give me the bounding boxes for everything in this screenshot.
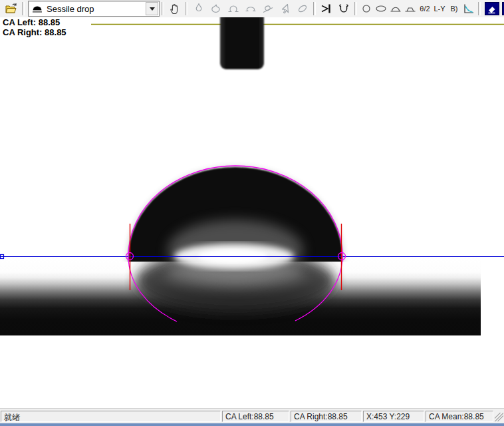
b-method-label: B) bbox=[451, 5, 458, 13]
toolbar-separator bbox=[162, 2, 164, 15]
open-folder-icon bbox=[5, 3, 18, 15]
flat-oval-fit-icon bbox=[374, 3, 388, 15]
theta-half-method-button[interactable]: θ/2 bbox=[418, 1, 432, 16]
slanted-ellipse-tool-button[interactable] bbox=[294, 1, 311, 16]
profile-chart-icon bbox=[462, 3, 475, 15]
app-window: Sessile drop bbox=[0, 0, 504, 426]
toolbar-separator bbox=[313, 2, 316, 15]
pendant-drop-icon bbox=[192, 2, 205, 15]
needle-calibration-icon bbox=[319, 2, 334, 15]
auto-compute-button[interactable] bbox=[501, 1, 504, 16]
theta-half-label: θ/2 bbox=[420, 5, 430, 13]
laplace-young-method-button[interactable]: L-Y bbox=[432, 1, 447, 16]
profile-chart-button[interactable] bbox=[461, 1, 476, 16]
pendant-drop-tool-button[interactable] bbox=[190, 1, 207, 16]
chevron-down-icon bbox=[150, 7, 155, 11]
b-method-button[interactable]: B) bbox=[447, 1, 461, 16]
sessile-drop-tool-button[interactable] bbox=[207, 1, 225, 16]
dome-baseline-fit-icon bbox=[389, 3, 402, 15]
sessile-drop-glyph-icon bbox=[32, 5, 43, 13]
drop-image bbox=[0, 17, 504, 409]
status-ca-left: CA Left:88.85 bbox=[222, 411, 289, 422]
trapezoid-baseline-fit-icon bbox=[404, 3, 417, 15]
status-ready: 就绪 bbox=[1, 411, 221, 422]
open-file-button[interactable] bbox=[3, 1, 20, 16]
toolbar: Sessile drop bbox=[0, 0, 504, 18]
status-cursor-position: X:453 Y:229 bbox=[363, 411, 424, 422]
circle-drop-baseline-icon bbox=[227, 2, 240, 15]
toolbar-separator bbox=[22, 2, 25, 15]
flat-drop-baseline-tool-button[interactable] bbox=[242, 1, 259, 16]
trapezoid-baseline-fit-button[interactable] bbox=[403, 1, 418, 16]
camera-view: CA Left: 88.85 CA Right: 88.85 bbox=[0, 17, 504, 409]
tilted-drop-tool-button[interactable] bbox=[259, 1, 277, 16]
circle-drop-baseline-tool-button[interactable] bbox=[225, 1, 242, 16]
status-bar: 就绪 CA Left:88.85 CA Right:88.85 X:453 Y:… bbox=[0, 408, 504, 423]
hand-icon bbox=[168, 2, 182, 15]
hand-pan-button[interactable] bbox=[166, 1, 184, 16]
preset-combobox-value: Sessile drop bbox=[47, 4, 146, 14]
u-curve-icon bbox=[336, 2, 351, 15]
pointer-arrow-icon bbox=[279, 2, 292, 15]
toolbar-separator bbox=[354, 2, 357, 15]
flat-drop-baseline-icon bbox=[244, 2, 257, 15]
sessile-drop-icon bbox=[209, 2, 223, 15]
ca-right-readout: CA Right: 88.85 bbox=[3, 27, 66, 37]
laplace-young-label: L-Y bbox=[434, 5, 445, 13]
status-ca-mean: CA Mean:88.85 bbox=[426, 411, 493, 422]
tilted-drop-icon bbox=[261, 2, 275, 15]
slanted-ellipse-icon bbox=[296, 2, 309, 15]
needle-calibration-button[interactable] bbox=[318, 1, 335, 16]
circle-fit-button[interactable] bbox=[359, 1, 374, 16]
method-preset-combobox[interactable]: Sessile drop bbox=[28, 1, 160, 17]
clear-annotations-button[interactable] bbox=[484, 1, 500, 16]
status-ca-right: CA Right:88.85 bbox=[291, 411, 362, 422]
eraser-icon bbox=[485, 2, 499, 15]
toolbar-separator bbox=[478, 2, 481, 15]
angle-readout-overlay: CA Left: 88.85 CA Right: 88.85 bbox=[3, 17, 66, 37]
toolbar-separator bbox=[186, 2, 188, 15]
circle-fit-icon bbox=[360, 3, 372, 15]
resize-grip[interactable] bbox=[495, 413, 503, 421]
ca-left-readout: CA Left: 88.85 bbox=[3, 17, 66, 27]
window-bottom-border bbox=[0, 423, 504, 426]
combobox-dropdown-button[interactable] bbox=[146, 2, 158, 15]
flat-oval-fit-button[interactable] bbox=[374, 1, 388, 16]
needle bbox=[220, 17, 264, 69]
u-curve-tool-button[interactable] bbox=[335, 1, 352, 16]
pointer-tool-button[interactable] bbox=[277, 1, 294, 16]
dome-baseline-fit-button[interactable] bbox=[388, 1, 403, 16]
